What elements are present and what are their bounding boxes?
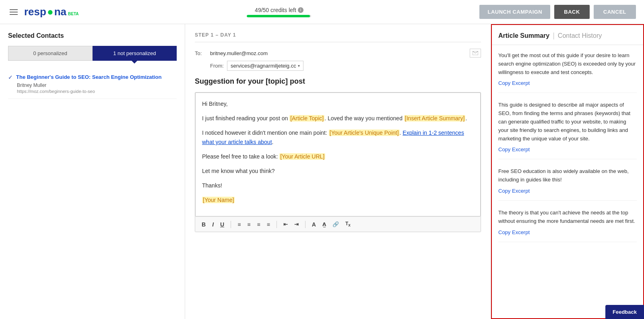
- contact-title-row: ✓ The Beginner's Guide to SEO: Search En…: [8, 74, 177, 81]
- tab-divider: |: [553, 31, 555, 45]
- body-line2: I noticed however it didn't mention one …: [202, 128, 474, 148]
- excerpt-block-3: Free SEO education is also widely availa…: [498, 167, 637, 201]
- align-right-button[interactable]: ≡: [255, 220, 262, 228]
- from-value-text: services@ragnarmiljeteig.cc: [231, 63, 296, 69]
- tab-contact-history[interactable]: Contact History: [558, 32, 602, 44]
- to-label: To:: [195, 50, 207, 56]
- center-panel: STEP 1 – DAY 1 To: britney.muller@moz.co…: [185, 24, 491, 319]
- body-line3: Please feel free to take a look: [Your A…: [202, 152, 474, 162]
- body-tag-insert-summary[interactable]: [Insert Article Summary]: [404, 115, 466, 121]
- article-excerpts: You'll get the most out of this guide if…: [492, 45, 643, 257]
- right-panel: Article Summary | Contact History You'll…: [491, 24, 644, 319]
- logo-beta: BETA: [68, 12, 78, 16]
- align-center-button[interactable]: ≡: [246, 220, 252, 228]
- body-line1: I just finished reading your post on [Ar…: [202, 114, 474, 123]
- credits-bar-fill: [247, 15, 310, 17]
- contact-name: Britney Muller: [17, 82, 177, 88]
- copy-excerpt-1[interactable]: Copy Excerpt: [498, 80, 530, 86]
- check-icon: ✓: [8, 74, 13, 80]
- logo-dot: ●: [47, 6, 54, 18]
- italic-button[interactable]: I: [211, 220, 215, 228]
- credits-area: 49/50 credits left i: [78, 7, 479, 17]
- link-button[interactable]: 🔗: [331, 220, 341, 228]
- font-color-button[interactable]: A: [310, 220, 318, 228]
- from-dropdown-icon: ▾: [298, 64, 300, 68]
- from-label: From:: [210, 63, 224, 69]
- toolbar-divider-1: [231, 221, 231, 228]
- excerpt-text-2: This guide is designed to describe all m…: [498, 101, 637, 143]
- excerpt-text-1: You'll get the most out of this guide if…: [498, 51, 637, 76]
- toolbar-divider-2: [277, 221, 277, 228]
- copy-excerpt-3[interactable]: Copy Excerpt: [498, 188, 530, 194]
- credits-display: 49/50 credits left i: [255, 7, 303, 13]
- align-left-button[interactable]: ≡: [236, 220, 242, 228]
- email-subject: Suggestion for your [topic] post: [195, 77, 481, 86]
- from-dropdown[interactable]: services@ragnarmiljeteig.cc ▾: [227, 61, 303, 71]
- clear-format-button[interactable]: Tx: [344, 220, 352, 228]
- excerpt-text-4: The theory is that you can't achieve the…: [498, 209, 637, 226]
- back-button[interactable]: BACK: [554, 5, 590, 19]
- credits-info-icon[interactable]: i: [298, 7, 303, 13]
- copy-excerpt-2[interactable]: Copy Excerpt: [498, 146, 530, 152]
- credits-text: 49/50 credits left: [255, 7, 296, 13]
- excerpt-block-1: You'll get the most out of this guide if…: [498, 51, 637, 93]
- indent-more-button[interactable]: ⇥: [293, 220, 300, 228]
- body-tag-your-name[interactable]: [Your Name]: [202, 197, 235, 203]
- email-body[interactable]: Hi Britney, I just finished reading your…: [195, 93, 481, 216]
- tab-not-personalized[interactable]: 1 not personalized: [93, 46, 177, 61]
- tab-personalized[interactable]: 0 personalized: [8, 46, 93, 61]
- email-toolbar: B I U ≡ ≡ ≡ ≡ ⇤ ⇥ A A̲ 🔗 Tx: [195, 216, 481, 231]
- body-tag-article-topic[interactable]: [Article Topic]: [289, 115, 324, 121]
- to-icon-box[interactable]: [470, 49, 481, 58]
- email-body-text: Hi Britney, I just finished reading your…: [202, 99, 474, 205]
- underline-button[interactable]: U: [219, 220, 226, 228]
- credits-bar: [247, 15, 311, 17]
- svg-line-2: [475, 51, 478, 53]
- contact-url: https://moz.com/beginners-guide-to-seo: [17, 89, 177, 94]
- align-justify-button[interactable]: ≡: [265, 220, 272, 228]
- copy-excerpt-4[interactable]: Copy Excerpt: [498, 229, 530, 235]
- tab-bar: 0 personalized 1 not personalized: [8, 46, 177, 61]
- body-line1-end: .: [465, 115, 467, 121]
- bold-button[interactable]: B: [200, 220, 207, 228]
- launch-campaign-button[interactable]: LAUNCH CAMPAIGN: [479, 5, 550, 19]
- excerpt-text-3: Free SEO education is also widely availa…: [498, 167, 637, 184]
- toolbar-divider-3: [305, 221, 305, 228]
- main-content: Selected Contacts 0 personalized 1 not p…: [0, 24, 644, 319]
- header: resp●na BETA 49/50 credits left i LAUNCH…: [0, 0, 644, 24]
- to-value: britney.muller@moz.com: [210, 50, 466, 56]
- logo-text2: na: [54, 6, 66, 18]
- email-to-row: To: britney.muller@moz.com: [195, 49, 481, 58]
- body-tag-article-url[interactable]: [Your Article URL]: [279, 153, 325, 160]
- svg-line-1: [473, 51, 475, 53]
- highlight-button[interactable]: A̲: [321, 221, 328, 228]
- excerpt-block-2: This guide is designed to describe all m…: [498, 101, 637, 159]
- excerpt-block-4: The theory is that you can't achieve the…: [498, 209, 637, 242]
- indent-less-button[interactable]: ⇤: [282, 220, 289, 228]
- selected-contacts-title: Selected Contacts: [8, 32, 177, 39]
- body-line2-end: .: [272, 139, 274, 145]
- logo-area: resp●na BETA: [8, 6, 78, 18]
- body-line1-before: I just finished reading your post on: [202, 115, 289, 121]
- header-actions: LAUNCH CAMPAIGN BACK CANCEL: [479, 5, 636, 19]
- email-body-wrapper: Hi Britney, I just finished reading your…: [195, 92, 481, 232]
- email-from-row: From: services@ragnarmiljeteig.cc ▾: [210, 61, 481, 71]
- cancel-button[interactable]: CANCEL: [594, 5, 636, 19]
- left-panel: Selected Contacts 0 personalized 1 not p…: [0, 24, 185, 319]
- logo: resp●na BETA: [24, 6, 78, 18]
- hamburger-menu[interactable]: [8, 8, 19, 16]
- contact-item: ✓ The Beginner's Guide to SEO: Search En…: [8, 69, 177, 99]
- body-name-tag: [Your Name]: [202, 196, 474, 205]
- body-tag-unique-point[interactable]: [Your Article's Unique Point]: [329, 130, 400, 136]
- body-line1-middle: . Loved the way you mentioned: [324, 115, 404, 121]
- body-line4: Let me know what you think?: [202, 167, 474, 176]
- feedback-button[interactable]: Feedback: [605, 305, 644, 319]
- body-line2-before: I noticed however it didn't mention one …: [202, 130, 329, 136]
- body-line3-before: Please feel free to take a look:: [202, 153, 279, 160]
- step-label: STEP 1 – DAY 1: [195, 32, 481, 42]
- body-thanks: Thanks!: [202, 181, 474, 191]
- contact-article-title[interactable]: The Beginner's Guide to SEO: Search Engi…: [16, 74, 161, 81]
- right-panel-tabs: Article Summary | Contact History: [492, 25, 643, 45]
- logo-text: resp: [24, 6, 46, 18]
- tab-article-summary[interactable]: Article Summary: [498, 32, 549, 44]
